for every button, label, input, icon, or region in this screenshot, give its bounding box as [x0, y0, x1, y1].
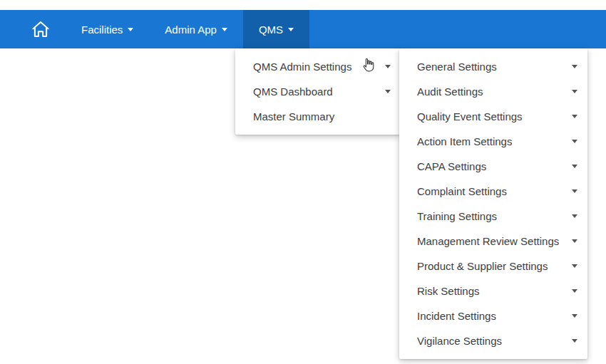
menu-item-qms-admin-settings[interactable]: QMS Admin Settings [235, 54, 401, 79]
submenu-item-quality-event-settings[interactable]: Quality Event Settings [399, 104, 587, 129]
home-icon [30, 19, 51, 40]
submenu-item-incident-settings[interactable]: Incident Settings [399, 303, 587, 328]
chevron-down-icon [572, 339, 577, 343]
qms-admin-settings-submenu: General Settings Audit Settings Quality … [399, 48, 587, 359]
menu-item-label: Complaint Settings [417, 185, 507, 197]
chevron-down-icon [572, 165, 577, 168]
submenu-item-general-settings[interactable]: General Settings [399, 54, 587, 79]
submenu-item-vigilance-settings[interactable]: Vigilance Settings [399, 328, 587, 353]
nav-item-admin-app[interactable]: Admin App [149, 10, 243, 48]
submenu-item-training-settings[interactable]: Training Settings [399, 204, 587, 229]
chevron-down-icon [572, 90, 577, 93]
chevron-down-icon [572, 189, 577, 193]
nav-item-label: Admin App [165, 24, 217, 36]
menu-item-label: CAPA Settings [417, 160, 486, 172]
menu-item-label: General Settings [417, 61, 497, 73]
menu-item-label: QMS Dashboard [253, 85, 333, 98]
submenu-item-product-supplier-settings[interactable]: Product & Supplier Settings [399, 254, 587, 279]
nav-item-label: Facilities [81, 24, 123, 36]
submenu-item-risk-settings[interactable]: Risk Settings [399, 279, 587, 303]
menu-item-label: Action Item Settings [417, 135, 512, 147]
submenu-item-action-item-settings[interactable]: Action Item Settings [399, 129, 587, 154]
chevron-down-icon [572, 65, 577, 68]
chevron-down-icon [572, 289, 577, 293]
chevron-down-icon [128, 28, 133, 31]
nav-item-facilities[interactable]: Facilities [66, 10, 149, 48]
submenu-item-audit-settings[interactable]: Audit Settings [399, 79, 587, 104]
chevron-down-icon [572, 314, 577, 318]
menu-item-label: Training Settings [417, 210, 497, 222]
submenu-item-capa-settings[interactable]: CAPA Settings [399, 154, 587, 179]
nav-item-label: QMS [259, 24, 283, 36]
submenu-item-complaint-settings[interactable]: Complaint Settings [399, 179, 587, 204]
menu-item-label: Risk Settings [417, 285, 480, 297]
menu-item-label: Audit Settings [417, 85, 483, 98]
menu-item-master-summary[interactable]: Master Summary [235, 104, 401, 129]
chevron-down-icon [288, 28, 294, 31]
menu-item-label: Incident Settings [417, 310, 496, 322]
chevron-down-icon [572, 115, 577, 118]
submenu-item-management-review-settings[interactable]: Management Review Settings [399, 229, 587, 254]
home-button[interactable] [16, 10, 66, 48]
menu-item-label: Quality Event Settings [417, 110, 523, 123]
qms-dropdown-menu: QMS Admin Settings QMS Dashboard Master … [235, 48, 401, 135]
chevron-down-icon [385, 65, 391, 68]
chevron-down-icon [572, 140, 577, 143]
menu-item-label: QMS Admin Settings [253, 61, 351, 73]
chevron-down-icon [572, 239, 577, 243]
menu-item-label: Product & Supplier Settings [417, 260, 548, 272]
chevron-down-icon [222, 28, 227, 31]
top-navbar: Facilities Admin App QMS [0, 10, 606, 48]
nav-item-qms[interactable]: QMS [243, 10, 309, 48]
menu-item-label: Master Summary [253, 110, 334, 123]
menu-item-label: Vigilance Settings [417, 335, 502, 347]
menu-item-qms-dashboard[interactable]: QMS Dashboard [235, 79, 401, 104]
chevron-down-icon [572, 214, 577, 218]
chevron-down-icon [385, 90, 391, 93]
chevron-down-icon [572, 264, 577, 268]
menu-item-label: Management Review Settings [417, 235, 559, 247]
